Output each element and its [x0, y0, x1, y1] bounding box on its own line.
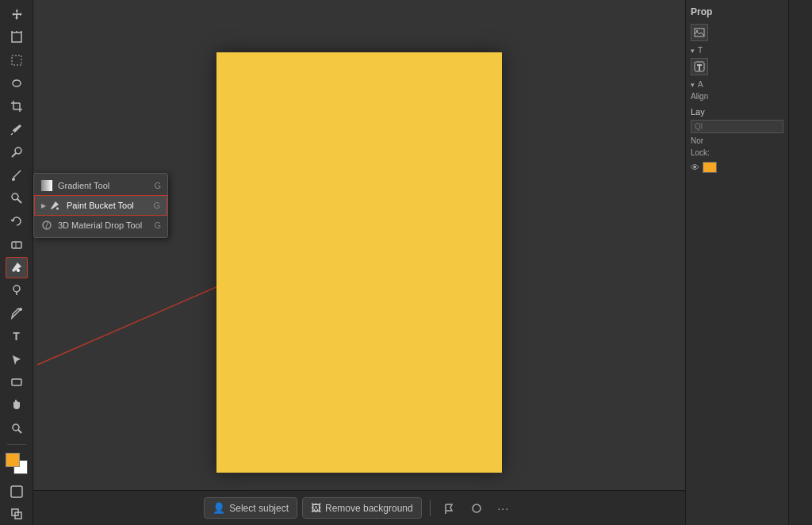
layer-thumbnail — [703, 162, 717, 173]
svg-point-11 — [15, 148, 21, 154]
tool-spot-heal[interactable] — [6, 141, 28, 163]
chevron-down-icon-2: ▾ — [691, 81, 695, 89]
3d-material-icon — [40, 219, 53, 232]
remove-background-label: Remove background — [325, 503, 413, 514]
tool-pen[interactable] — [6, 303, 28, 324]
tool-shape[interactable] — [6, 372, 28, 393]
tool-history-brush[interactable] — [6, 210, 28, 232]
more-icon: ··· — [497, 502, 509, 515]
paint-bucket-label: Paint Bucket Tool — [67, 201, 148, 210]
gradient-tool-shortcut: G — [154, 181, 161, 190]
tool-lasso[interactable] — [6, 72, 28, 94]
remove-bg-icon: 🖼 — [311, 502, 321, 514]
foreground-color-swatch[interactable] — [6, 453, 20, 467]
t-section-label: T — [698, 46, 703, 55]
tool-extra-1[interactable] — [6, 481, 28, 503]
properties-panel: Prop ▾ T ▾ A Align Lay Nor Lock: 👁 — [685, 0, 788, 525]
svg-line-13 — [13, 171, 21, 178]
properties-t-section: ▾ T — [691, 46, 783, 55]
svg-rect-15 — [12, 242, 21, 248]
properties-t-icon — [691, 58, 783, 75]
paint-bucket-icon — [49, 199, 62, 212]
tool-eraser[interactable] — [6, 233, 28, 255]
svg-rect-23 — [11, 486, 22, 497]
svg-rect-20 — [12, 379, 21, 385]
svg-point-17 — [13, 285, 20, 292]
paint-bucket-shortcut: G — [153, 201, 160, 210]
bottom-more-button[interactable]: ··· — [492, 497, 515, 519]
canvas-area — [33, 0, 685, 525]
right-side-panel — [788, 0, 812, 525]
a-section-label: A — [698, 80, 703, 89]
bottom-flag-button[interactable] — [439, 497, 461, 519]
context-menu: Gradient Tool G ▶ Paint Bucket Tool G 3D… — [33, 173, 168, 238]
t-icon-box[interactable] — [691, 58, 708, 75]
bottom-circle-button[interactable] — [465, 497, 488, 519]
tool-marquee[interactable] — [6, 49, 28, 71]
active-indicator: ▶ — [41, 202, 46, 209]
layer-visibility-icon[interactable]: 👁 — [691, 163, 699, 172]
context-menu-item-paint-bucket[interactable]: ▶ Paint Bucket Tool G — [34, 195, 167, 216]
properties-a-section: ▾ A — [691, 80, 783, 89]
svg-line-22 — [18, 430, 21, 433]
context-menu-item-3d-material[interactable]: 3D Material Drop Tool G — [34, 216, 167, 235]
svg-line-12 — [12, 153, 16, 157]
properties-image-row — [691, 24, 783, 41]
tool-move[interactable] — [6, 3, 28, 25]
layers-section-label: Lay — [691, 107, 783, 117]
chevron-down-icon: ▾ — [691, 47, 695, 55]
context-menu-item-gradient[interactable]: Gradient Tool G — [34, 176, 167, 195]
toolbar-separator — [7, 444, 26, 445]
gradient-tool-label: Gradient Tool — [58, 181, 149, 190]
tool-clone[interactable] — [6, 187, 28, 209]
svg-rect-4 — [12, 56, 21, 65]
tool-type[interactable]: T — [6, 326, 28, 347]
document-canvas — [216, 52, 502, 473]
tool-path-select[interactable] — [6, 349, 28, 370]
svg-point-29 — [473, 504, 481, 512]
tool-hand[interactable] — [6, 395, 28, 416]
color-swatches[interactable] — [6, 453, 28, 474]
tool-extra-2[interactable] — [6, 503, 28, 525]
tool-eyedropper[interactable] — [6, 118, 28, 140]
layers-search-input[interactable] — [691, 120, 783, 133]
bottom-toolbar: 👤 Select subject 🖼 Remove background ··· — [33, 490, 685, 525]
svg-rect-0 — [12, 33, 21, 42]
svg-point-21 — [13, 424, 19, 431]
tool-gradient-paint[interactable] — [6, 257, 28, 278]
svg-point-19 — [19, 308, 22, 311]
svg-point-14 — [12, 194, 18, 200]
properties-image-icon[interactable] — [691, 24, 708, 41]
svg-rect-26 — [41, 180, 52, 191]
svg-point-5 — [13, 80, 21, 86]
tool-dodge[interactable] — [6, 280, 28, 301]
3d-material-shortcut: G — [154, 220, 161, 230]
bottom-separator — [430, 500, 431, 516]
select-subject-button[interactable]: 👤 Select subject — [204, 497, 297, 519]
align-label: Align — [691, 92, 783, 101]
tool-brush[interactable] — [6, 164, 28, 186]
svg-point-31 — [696, 30, 698, 32]
tool-artboard[interactable] — [6, 26, 28, 48]
layers-mode-label: Nor — [691, 136, 783, 145]
properties-title: Prop — [691, 6, 783, 17]
remove-background-button[interactable]: 🖼 Remove background — [302, 497, 422, 519]
select-subject-icon: 👤 — [213, 502, 225, 514]
svg-line-10 — [11, 133, 13, 135]
tool-crop[interactable] — [6, 95, 28, 117]
3d-material-label: 3D Material Drop Tool — [58, 220, 149, 230]
layer-item: 👁 — [691, 162, 783, 173]
select-subject-label: Select subject — [229, 503, 289, 514]
gradient-tool-icon — [40, 179, 53, 192]
left-toolbar: T — [0, 0, 33, 525]
layers-lock-label: Lock: — [691, 148, 783, 157]
tool-zoom[interactable] — [6, 418, 28, 439]
